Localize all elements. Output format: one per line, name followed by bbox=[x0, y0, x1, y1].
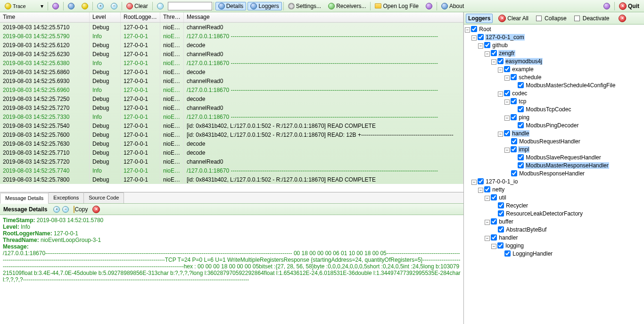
tree-node[interactable]: − handler bbox=[464, 234, 644, 242]
table-row[interactable]: 2019-08-03 14:52:25.5790Info127-0-0-1nio… bbox=[0, 32, 463, 41]
tree-node[interactable]: − schedule bbox=[464, 74, 644, 82]
about-button[interactable]: About bbox=[438, 2, 467, 10]
table-row[interactable]: 2019-08-03 14:52:25.6930Debug127-0-0-1ni… bbox=[0, 76, 463, 85]
table-row[interactable]: 2019-08-03 14:52:25.7710Debug127-0-0-1ni… bbox=[0, 148, 463, 157]
tree-node[interactable]: − github bbox=[464, 42, 644, 50]
tree-checkbox[interactable] bbox=[478, 178, 484, 184]
tree-node[interactable]: − codec bbox=[464, 90, 644, 98]
tree-node[interactable]: ModbusResponseHandler bbox=[464, 170, 644, 178]
search-icon-button[interactable] bbox=[154, 2, 166, 10]
copy-button[interactable]: Copy bbox=[74, 206, 88, 213]
collapse-button[interactable]: Collapse bbox=[534, 14, 569, 23]
tree-checkbox[interactable] bbox=[491, 234, 497, 241]
tree-checkbox[interactable] bbox=[518, 82, 524, 88]
tree-checkbox[interactable] bbox=[511, 98, 517, 104]
tree-toggle[interactable]: − bbox=[465, 27, 470, 33]
table-row[interactable]: 2019-08-03 14:52:25.7740Info127-0-0-1nio… bbox=[0, 166, 463, 175]
tree-toggle[interactable]: − bbox=[471, 35, 477, 41]
tree-checkbox[interactable] bbox=[518, 154, 524, 160]
tree-toggle[interactable]: − bbox=[485, 51, 490, 57]
refresh-button[interactable] bbox=[50, 2, 62, 10]
tree-node[interactable]: Recycler bbox=[464, 202, 644, 210]
tree-node[interactable]: ResourceLeakDetectorFactory bbox=[464, 210, 644, 218]
tab-source-code[interactable]: Source Code bbox=[83, 192, 124, 203]
tree-toggle[interactable]: − bbox=[504, 148, 510, 153]
quit-button[interactable]: ×Quit bbox=[616, 1, 642, 11]
col-logger[interactable]: RootLogger... bbox=[121, 12, 160, 22]
tree-node[interactable]: − tcp bbox=[464, 98, 644, 106]
tree-node[interactable]: − zengfr bbox=[464, 50, 644, 58]
tree-checkbox[interactable] bbox=[498, 226, 504, 233]
tree-toggle[interactable]: − bbox=[498, 67, 503, 73]
tree-checkbox[interactable] bbox=[511, 114, 517, 120]
table-row[interactable]: 2019-08-03 14:52:25.6380Info127-0-0-1nio… bbox=[0, 58, 463, 67]
tree-checkbox[interactable] bbox=[491, 50, 497, 56]
tree-toggle[interactable]: − bbox=[504, 75, 510, 81]
tree-toggle[interactable]: − bbox=[491, 59, 496, 65]
tree-node[interactable]: ModbusSlaveRequestHandler bbox=[464, 154, 644, 162]
deactivate-button[interactable]: Deactivate bbox=[572, 14, 611, 23]
table-row[interactable]: 2019-08-03 14:52:25.7800Debug127-0-0-1ni… bbox=[0, 175, 463, 184]
col-message[interactable]: Message bbox=[184, 12, 463, 22]
tree-node[interactable]: − easymodbus4j bbox=[464, 58, 644, 66]
tree-checkbox[interactable] bbox=[497, 58, 504, 64]
tree-checkbox[interactable] bbox=[484, 42, 490, 48]
tree-node[interactable]: − buffer bbox=[464, 218, 644, 226]
back-button[interactable] bbox=[65, 2, 77, 10]
table-row[interactable]: 2019-08-03 14:52:25.7630Debug127-0-0-1ni… bbox=[0, 139, 463, 148]
col-time[interactable]: Time bbox=[0, 12, 90, 22]
table-row[interactable]: 2019-08-03 14:52:25.7250Debug127-0-0-1ni… bbox=[0, 94, 463, 103]
tree-toggle[interactable]: − bbox=[491, 244, 496, 249]
tree-checkbox[interactable] bbox=[504, 66, 510, 72]
table-row[interactable]: 2019-08-03 14:52:25.7330Info127-0-0-1nio… bbox=[0, 112, 463, 121]
tree-checkbox[interactable] bbox=[511, 138, 517, 144]
tree-node[interactable]: − Root bbox=[464, 25, 644, 33]
settings-button[interactable]: Settings... bbox=[285, 2, 324, 10]
tree-toggle[interactable]: − bbox=[504, 116, 510, 121]
tree-checkbox[interactable] bbox=[498, 202, 504, 208]
tree-toggle[interactable]: − bbox=[485, 196, 490, 201]
tree-node[interactable]: ModbusPingDecoder bbox=[464, 122, 644, 130]
tree-toggle[interactable]: − bbox=[504, 100, 510, 105]
tree-checkbox[interactable] bbox=[491, 194, 497, 200]
tree-node[interactable]: − example bbox=[464, 66, 644, 74]
tree-checkbox[interactable] bbox=[511, 146, 517, 152]
clear-button[interactable]: Clear bbox=[124, 2, 151, 10]
details-toggle[interactable]: Details bbox=[215, 2, 247, 10]
tree-checkbox[interactable] bbox=[511, 74, 517, 80]
tree-checkbox[interactable] bbox=[478, 34, 484, 40]
tree-toggle[interactable]: − bbox=[485, 236, 490, 241]
col-thread[interactable]: Thread bbox=[160, 12, 184, 22]
tree-node[interactable]: ModbusTcpCodec bbox=[464, 106, 644, 114]
tree-checkbox[interactable] bbox=[491, 218, 497, 224]
tree-checkbox[interactable] bbox=[511, 170, 517, 176]
tree-toggle[interactable]: − bbox=[485, 220, 490, 225]
tree-node[interactable]: − ping bbox=[464, 114, 644, 122]
trace-dropdown[interactable]: Trace▾ bbox=[2, 2, 46, 10]
tree-checkbox[interactable] bbox=[504, 250, 511, 257]
tree-node[interactable]: − logging bbox=[464, 242, 644, 250]
zoom-out-button[interactable]: − bbox=[108, 2, 120, 10]
tree-toggle[interactable]: − bbox=[498, 91, 503, 97]
grid-body[interactable]: 2019-08-03 14:52:25.5710Debug127-0-0-1ni… bbox=[0, 23, 463, 184]
logger-tree[interactable]: − Root− 127-0-0-1_com− github− zengfr− e… bbox=[464, 25, 644, 324]
fwd-button[interactable] bbox=[79, 2, 91, 10]
table-row[interactable]: 2019-08-03 14:52:25.6120Debug127-0-0-1ni… bbox=[0, 41, 463, 50]
tree-toggle[interactable]: − bbox=[471, 180, 477, 185]
search-input[interactable] bbox=[168, 2, 212, 10]
loggers-toggle[interactable]: Loggers bbox=[248, 2, 281, 10]
tree-node[interactable]: ModbusRequestHandler bbox=[464, 138, 644, 146]
tree-checkbox[interactable] bbox=[504, 90, 510, 96]
tree-node[interactable]: − 127-0-0-1_com bbox=[464, 33, 644, 42]
table-row[interactable]: 2019-08-03 14:52:25.7540Debug127-0-0-1ni… bbox=[0, 121, 463, 130]
table-row[interactable]: 2019-08-03 14:52:25.6230Debug127-0-0-1ni… bbox=[0, 50, 463, 58]
table-row[interactable]: 2019-08-03 14:52:25.6960Info127-0-0-1nio… bbox=[0, 85, 463, 94]
tree-checkbox[interactable] bbox=[471, 26, 477, 32]
detail-zoom-in[interactable]: + bbox=[53, 206, 60, 213]
table-row[interactable]: 2019-08-03 14:52:25.7720Debug127-0-0-1ni… bbox=[0, 157, 463, 166]
tab-exceptions[interactable]: Exceptions bbox=[48, 192, 84, 203]
tree-checkbox[interactable] bbox=[518, 106, 524, 112]
tree-checkbox[interactable] bbox=[518, 162, 524, 168]
grid-hscroll[interactable] bbox=[0, 184, 463, 192]
tree-toggle[interactable]: − bbox=[478, 188, 483, 193]
